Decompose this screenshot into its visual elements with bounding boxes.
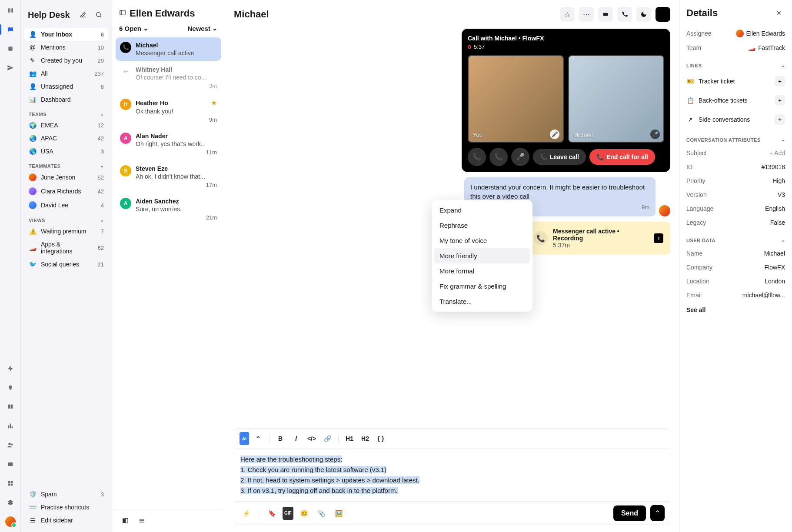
nav-created-by-you[interactable]: ✎Created by you29 xyxy=(24,54,108,67)
link-tracker-ticket[interactable]: 🎫Tracker ticket+ xyxy=(686,72,785,91)
apps-rail-icon[interactable] xyxy=(5,478,16,489)
link-button[interactable]: 🔗 xyxy=(321,432,334,445)
ai-tone[interactable]: My tone of voice xyxy=(434,233,530,248)
sort-filter[interactable]: Newest⌄ xyxy=(187,24,218,32)
call-mute-button[interactable]: 🎤 xyxy=(511,148,529,166)
attr-language[interactable]: English xyxy=(765,205,785,212)
contacts-rail-icon[interactable] xyxy=(5,440,16,450)
userdata-header[interactable]: USER DATA⌄ xyxy=(686,237,785,243)
view-apps-integrations[interactable]: 🏎️Apps & integrations62 xyxy=(24,238,108,258)
messenger-rail-icon[interactable] xyxy=(5,459,16,469)
add-link-button[interactable]: + xyxy=(775,95,785,106)
close-conversation-button[interactable] xyxy=(656,7,670,22)
nav-unassigned[interactable]: 👤Unassigned8 xyxy=(24,80,108,93)
bold-button[interactable]: B xyxy=(274,432,287,445)
bolt-button[interactable]: ⚡ xyxy=(240,507,253,520)
ai-more-formal[interactable]: More formal xyxy=(434,263,530,279)
book-rail-icon[interactable] xyxy=(5,402,16,412)
attributes-header[interactable]: CONVERSATION ATTRIBUTES⌄ xyxy=(686,137,785,143)
nav-shortcuts[interactable]: ⌨️Practise shortcuts xyxy=(24,501,108,514)
conversation-item[interactable]: A Alan NaderOh right, yes that's work...… xyxy=(116,128,221,160)
inbox-rail-icon[interactable] xyxy=(5,24,16,35)
conversation-item[interactable]: ↩ Whitney HallOf course! I'll need to co… xyxy=(116,62,221,93)
panel-toggle-icon[interactable] xyxy=(119,9,126,18)
snooze-button[interactable] xyxy=(636,7,651,22)
nav-dashboard[interactable]: 📊Dashboard xyxy=(24,93,108,106)
bolt-rail-icon[interactable] xyxy=(5,363,16,374)
attr-version[interactable]: V3 xyxy=(778,191,785,198)
add-link-button[interactable]: + xyxy=(775,114,785,125)
links-header[interactable]: LINKS⌄ xyxy=(686,63,785,68)
nav-all[interactable]: 👥All237 xyxy=(24,67,108,80)
emoji-button[interactable]: 😊 xyxy=(298,507,311,520)
attr-subject[interactable]: + Add xyxy=(769,150,785,156)
bookmark-button[interactable]: 🔖 xyxy=(265,507,278,520)
teams-header[interactable]: TEAMS⌄ xyxy=(24,106,108,119)
teammate-clara[interactable]: Clara Richards42 xyxy=(24,184,108,198)
call-dial-button[interactable]: 📞 xyxy=(468,148,486,166)
see-all-button[interactable]: See all xyxy=(686,302,785,318)
views-header[interactable]: VIEWS⌄ xyxy=(24,212,108,225)
reports-rail-icon[interactable] xyxy=(5,421,16,431)
nav-spam[interactable]: 🛡️Spam3 xyxy=(24,488,108,501)
ai-expand[interactable]: Expand xyxy=(434,203,530,218)
academy-rail-icon[interactable] xyxy=(5,497,16,508)
compose-textarea[interactable]: Here are the troubleshooting steps: 1. C… xyxy=(234,449,670,501)
close-details-icon[interactable]: ✕ xyxy=(773,7,785,19)
nav-edit-sidebar[interactable]: ☰Edit sidebar xyxy=(24,514,108,527)
search-icon[interactable] xyxy=(93,9,105,21)
star-button[interactable]: ☆ xyxy=(560,7,575,22)
attr-legacy[interactable]: False xyxy=(770,219,785,226)
conversation-item[interactable]: 📞 MichaelMessenger call active xyxy=(116,37,221,61)
gif-button[interactable]: GIF xyxy=(283,507,293,520)
ai-fix-grammar[interactable]: Fix grammar & spelling xyxy=(434,279,530,294)
team-emea[interactable]: 🌍EMEA12 xyxy=(24,119,108,132)
ai-toolbar-button[interactable]: AI xyxy=(240,432,249,445)
open-filter[interactable]: 6 Open⌄ xyxy=(119,24,149,32)
ai-chevron-button[interactable]: ⌃ xyxy=(252,432,265,445)
send-dropdown-button[interactable]: ⌃ xyxy=(650,505,665,521)
h2-button[interactable]: H2 xyxy=(359,432,372,445)
team-value[interactable]: 🏎️FastTrack xyxy=(748,44,785,51)
italic-button[interactable]: I xyxy=(290,432,303,445)
attr-priority[interactable]: High xyxy=(772,177,785,184)
view-social-queries[interactable]: 🐦Social queries21 xyxy=(24,258,108,271)
ai-rephrase[interactable]: Rephrase xyxy=(434,218,530,233)
conversation-item[interactable]: S Steven EzeAh ok, I didn't know that...… xyxy=(116,161,221,193)
code-button[interactable]: </> xyxy=(305,432,318,445)
teammate-david[interactable]: David Lee4 xyxy=(24,198,108,212)
call-hold-button[interactable]: 📞 xyxy=(489,148,508,166)
image-button[interactable]: 🖼️ xyxy=(333,507,346,520)
send-button[interactable]: Send xyxy=(613,505,646,521)
team-usa[interactable]: 🌎USA3 xyxy=(24,145,108,158)
codeblock-button[interactable]: { } xyxy=(374,432,387,445)
h1-button[interactable]: H1 xyxy=(343,432,356,445)
ai-more-friendly[interactable]: More friendly xyxy=(434,248,530,263)
link-side-conversations[interactable]: ↗Side conversations+ xyxy=(686,110,785,129)
assignee-value[interactable]: Ellen Edwards xyxy=(736,30,785,37)
attachment-button[interactable]: 📎 xyxy=(315,507,328,520)
layout-list-icon[interactable] xyxy=(136,515,148,527)
bulb-rail-icon[interactable] xyxy=(5,382,16,393)
compose-icon[interactable] xyxy=(77,9,89,21)
teammates-header[interactable]: TEAMMATES⌄ xyxy=(24,158,108,170)
link-back-office[interactable]: 📋Back-office tickets+ xyxy=(686,91,785,110)
nav-your-inbox[interactable]: 👤Your Inbox6 xyxy=(24,28,108,41)
view-waiting-premium[interactable]: ⚠️Waiting premium7 xyxy=(24,225,108,238)
more-button[interactable]: ⋯ xyxy=(579,7,594,22)
ticket-button[interactable] xyxy=(598,7,613,22)
send-rail-icon[interactable] xyxy=(5,63,16,73)
conversation-item[interactable]: A Aiden SanchezSure, no worries.21m xyxy=(116,193,221,225)
leave-call-button[interactable]: 📞Leave call xyxy=(533,149,586,165)
team-apac[interactable]: 🌏APAC42 xyxy=(24,132,108,145)
teammate-june[interactable]: June Jenson52 xyxy=(24,170,108,184)
end-call-button[interactable]: 📞End call for all xyxy=(589,149,655,165)
nav-mentions[interactable]: @Mentions10 xyxy=(24,41,108,54)
call-button[interactable] xyxy=(617,7,632,22)
ai-translate[interactable]: Translate... xyxy=(434,294,530,309)
app-logo-icon[interactable] xyxy=(5,5,16,16)
conversation-item[interactable]: H Heather Ho★Ok thank you!9m xyxy=(116,94,221,127)
user-avatar[interactable] xyxy=(5,516,16,527)
automation-rail-icon[interactable] xyxy=(5,43,16,54)
add-link-button[interactable]: + xyxy=(775,76,785,86)
